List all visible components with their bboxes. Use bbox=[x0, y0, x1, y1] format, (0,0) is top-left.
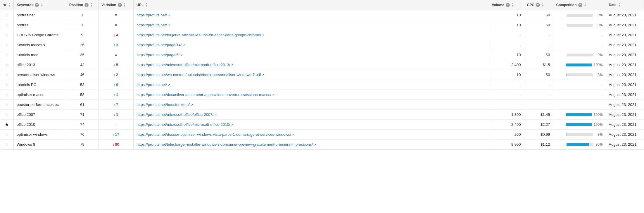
keywords-help-icon[interactable]: ? bbox=[35, 3, 39, 7]
date-value: August 23, 2021 bbox=[609, 73, 637, 77]
url-link[interactable]: https://protuts.net/microsoft-office/mic… bbox=[137, 63, 234, 67]
star-toggle[interactable]: ☆ bbox=[5, 52, 9, 57]
star-toggle[interactable]: ☆ bbox=[5, 142, 9, 147]
star-toggle[interactable]: ☆ bbox=[5, 72, 9, 77]
cpc-cell: $0 bbox=[524, 10, 553, 20]
competition-bar-fill bbox=[567, 73, 567, 76]
external-link-icon: ↗ bbox=[314, 143, 317, 146]
competition-dash: - bbox=[601, 43, 602, 47]
keyword-cell: URLS in Google Chrome bbox=[13, 30, 66, 40]
variation-sort-icons[interactable]: ▲▼ bbox=[124, 3, 126, 7]
url-label: URL bbox=[137, 3, 144, 7]
th-keywords: Keywords ? ▲▼ bbox=[13, 0, 66, 10]
date-value: August 23, 2021 bbox=[609, 53, 637, 57]
competition-bar-fill bbox=[566, 63, 592, 66]
position-value: 1 bbox=[81, 13, 83, 17]
competition-bar-container: 3% bbox=[556, 133, 603, 137]
url-link[interactable]: https://protuts.net/telecharger-installe… bbox=[137, 142, 317, 147]
external-link-icon: ↗ bbox=[262, 73, 265, 76]
variation-up-icon: ↑ bbox=[114, 92, 116, 97]
url-link[interactable]: https://protuts.net/microsoft-office/off… bbox=[137, 112, 217, 117]
cpc-value: $0 bbox=[546, 73, 550, 77]
keyword-value: office 2010 bbox=[17, 122, 35, 127]
competition-bar-fill bbox=[567, 133, 567, 136]
cpc-help-icon[interactable]: ? bbox=[536, 3, 540, 7]
star-toggle[interactable]: ☆ bbox=[5, 62, 9, 67]
variation-value: 1 bbox=[116, 92, 118, 97]
date-cell: August 23, 2021 bbox=[606, 120, 644, 130]
url-link[interactable]: https://protuts.net/microsoft-office/mic… bbox=[137, 122, 234, 127]
volume-value: 1,300 bbox=[511, 112, 521, 117]
url-link[interactable]: https://protuts.net/wp-content/uploads/e… bbox=[137, 73, 265, 77]
star-toggle[interactable]: ☆ bbox=[5, 132, 9, 137]
competition-help-icon[interactable]: ? bbox=[578, 3, 582, 7]
date-cell: August 23, 2021 bbox=[606, 100, 644, 110]
volume-sort-icons[interactable]: ▲▼ bbox=[512, 3, 514, 7]
external-link-icon: ↗ bbox=[231, 123, 234, 126]
url-link[interactable]: https://protuts.net/page/14/ ↗ bbox=[137, 43, 186, 47]
star-toggle[interactable]: ☆ bbox=[5, 112, 9, 117]
position-help-icon[interactable]: ? bbox=[84, 3, 89, 7]
star-toggle[interactable]: ☆ bbox=[5, 82, 9, 87]
date-cell: August 23, 2021 bbox=[606, 60, 644, 70]
table-row: ☆protuts1=https://protuts.net/ ↗10$00%Au… bbox=[0, 20, 644, 30]
star-toggle[interactable]: ☆ bbox=[5, 23, 9, 28]
url-link[interactable]: https://protuts.net/dossier-optimiser-wi… bbox=[137, 132, 295, 137]
star-toggle[interactable]: ☆ bbox=[5, 42, 9, 47]
variation-value: 5 bbox=[116, 63, 118, 67]
volume-value: - bbox=[519, 43, 521, 47]
position-sort-icons[interactable]: ▲▼ bbox=[90, 3, 93, 7]
external-link-icon: ↗ bbox=[168, 24, 171, 27]
url-link[interactable]: https://protuts.net/toujours-afficher-le… bbox=[137, 33, 265, 37]
competition-pct-label: 0% bbox=[595, 53, 603, 57]
competition-bar-bg bbox=[567, 133, 593, 136]
competition-cell: 100% bbox=[553, 120, 606, 130]
variation-help-icon[interactable]: ? bbox=[118, 3, 122, 7]
competition-cell: 86% bbox=[553, 140, 606, 150]
star-toggle[interactable]: ☆ bbox=[5, 102, 9, 107]
url-link[interactable]: https://protuts.net/ ↗ bbox=[137, 23, 171, 27]
competition-dash: - bbox=[601, 33, 602, 37]
position-value: 46 bbox=[80, 73, 84, 77]
url-link[interactable]: https://protuts.net/desactiver-lancement… bbox=[137, 92, 275, 97]
url-sort-icons[interactable]: ▲▼ bbox=[146, 3, 148, 7]
star-toggle[interactable]: ☆ bbox=[5, 92, 9, 97]
position-value: 9 bbox=[81, 33, 83, 37]
star-toggle[interactable]: ★ bbox=[5, 122, 9, 127]
star-toggle[interactable]: ☆ bbox=[5, 13, 9, 18]
date-sort-icons[interactable]: ▲▼ bbox=[618, 3, 621, 7]
url-cell: https://protuts.net/microsoft-office/mic… bbox=[133, 120, 489, 130]
competition-cell: 0% bbox=[553, 50, 606, 60]
variation-value: 17 bbox=[115, 132, 119, 137]
volume-cell: 1,300 bbox=[489, 110, 524, 120]
keyword-cell: office 2007 bbox=[13, 110, 66, 120]
position-cell: 74 bbox=[66, 120, 98, 130]
cpc-value: $1.12 bbox=[541, 142, 550, 147]
volume-cell: 2,400 bbox=[489, 60, 524, 70]
url-link[interactable]: https://protuts.net/booster-vista/ ↗ bbox=[137, 102, 194, 107]
cpc-value: $2.27 bbox=[541, 122, 550, 127]
competition-cell: 3% bbox=[553, 130, 606, 140]
competition-cell: 0% bbox=[553, 10, 606, 20]
star-toggle[interactable]: ☆ bbox=[5, 32, 9, 37]
competition-pct-label: 0% bbox=[595, 13, 603, 17]
competition-bar-container: 3% bbox=[556, 73, 603, 77]
url-link[interactable]: https://protuts.net/ ↗ bbox=[137, 13, 171, 17]
competition-sort-icons[interactable]: ▲▼ bbox=[584, 3, 586, 7]
position-value: 61 bbox=[80, 102, 84, 107]
cpc-cell: $2.27 bbox=[524, 120, 553, 130]
volume-value: - bbox=[519, 92, 521, 97]
url-link[interactable]: https://protuts.net/page/6/ ↗ bbox=[137, 53, 183, 57]
position-cell: 58 bbox=[66, 90, 98, 100]
url-link[interactable]: https://protuts.net/ ↗ bbox=[137, 83, 171, 87]
star-cell: ☆ bbox=[0, 40, 13, 50]
competition-bar-container: 0% bbox=[556, 13, 603, 17]
table-row: ☆office 200771↓1https://protuts.net/micr… bbox=[0, 110, 644, 120]
keyword-value: office 2007 bbox=[17, 112, 35, 117]
keywords-sort-icons[interactable]: ▲▼ bbox=[41, 3, 43, 7]
external-link-icon: ↗ bbox=[180, 54, 183, 56]
volume-help-icon[interactable]: ? bbox=[506, 3, 510, 7]
star-sort-icons[interactable]: ▲▼ bbox=[8, 3, 11, 7]
cpc-sort-icons[interactable]: ▲▼ bbox=[542, 3, 544, 7]
competition-bar-container: 86% bbox=[556, 142, 603, 147]
